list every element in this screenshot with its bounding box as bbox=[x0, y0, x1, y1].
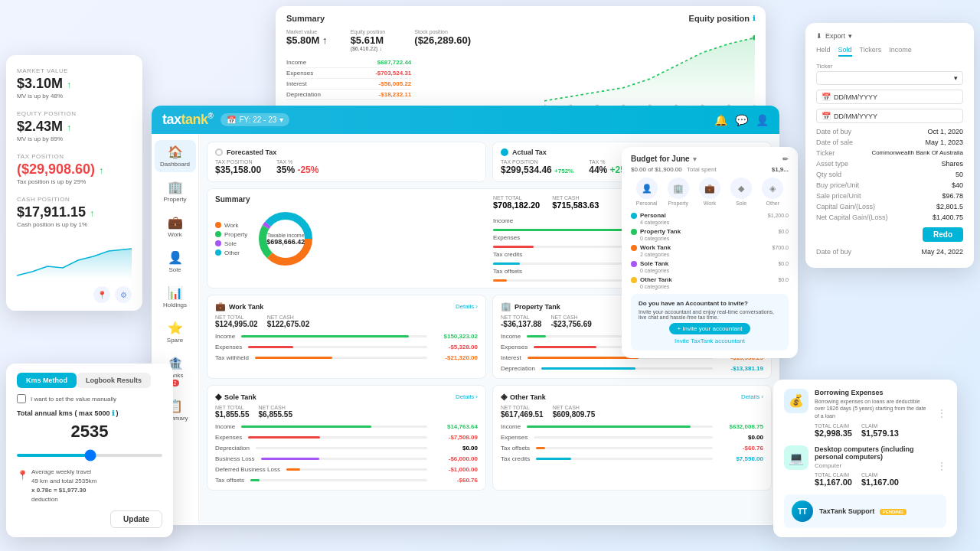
summary-overlay-card: Summary Equity position ℹ Market value $… bbox=[276, 6, 766, 119]
tab-tickers[interactable]: Tickers bbox=[860, 46, 882, 57]
budget-header: Budget for June ▾ ✏ bbox=[631, 155, 789, 163]
other-net-cash: NET CASH $609,809.75 bbox=[553, 405, 596, 419]
ticker-chevron-icon: ▾ bbox=[954, 74, 958, 82]
computer-total-claim: TOTAL CLAIM $1,167.00 bbox=[815, 472, 852, 487]
logbook-tab[interactable]: Logbook Results bbox=[77, 373, 151, 388]
computer-content: Desktop computers (including personal co… bbox=[815, 445, 931, 487]
support-item: TT TaxTank Support PENDING bbox=[784, 494, 946, 528]
equity-arrow: ↑ bbox=[67, 122, 71, 133]
edit-budget-icon[interactable]: ✏ bbox=[782, 155, 789, 163]
budget-tab-other[interactable]: ◈ Other bbox=[762, 178, 783, 206]
left-summary-card: MARKET VALUE $3.10M ↑ MV is up by 48% EQ… bbox=[6, 55, 142, 311]
location-icon[interactable]: 📍 bbox=[93, 286, 110, 303]
chevron-icon: ▾ bbox=[279, 116, 283, 124]
sale-price-row: Sale price/Unit $96.78 bbox=[816, 192, 963, 200]
budget-row-sole-header: Sole Tank $0.0 bbox=[631, 260, 789, 267]
sole-tank-card: ◆ Sole Tank Details › NET TOTAL $1,855.5… bbox=[207, 385, 486, 491]
other-net-total: NET TOTAL $617,469.51 bbox=[501, 405, 544, 419]
mountain-chart bbox=[17, 245, 132, 279]
cash-arrow: ↑ bbox=[90, 208, 94, 219]
market-value-sub: MV is up by 48% bbox=[17, 93, 132, 99]
date-to-input[interactable]: 📅 DD/MM/YYYY bbox=[816, 109, 963, 123]
total-claim: TOTAL CLAIM $2,998.35 bbox=[815, 423, 852, 438]
invite-accountant-button[interactable]: + Invite your accountant bbox=[669, 323, 750, 334]
budget-tab-work[interactable]: 💼 Work bbox=[699, 178, 720, 206]
sidebar-item-dashboard[interactable]: 🏠 Dashboard bbox=[155, 140, 196, 172]
other-expenses-row: Expenses $0.00 bbox=[501, 434, 763, 441]
work-tank-details[interactable]: Details › bbox=[456, 303, 478, 310]
equity-pos-metric: Equity position $5.61M ($6,416.22) ↓ bbox=[351, 29, 409, 51]
qty-sold-row: Qty sold 50 bbox=[816, 171, 963, 178]
sidebar-item-sole[interactable]: 👤 Sole bbox=[155, 246, 196, 278]
claim: CLAIM $1,579.13 bbox=[861, 423, 899, 438]
sole-icon: 👤 bbox=[168, 250, 183, 265]
kms-method-tab[interactable]: Kms Method bbox=[17, 373, 77, 388]
export-button[interactable]: ⬇ Export ▾ bbox=[816, 32, 852, 40]
computer-title: Desktop computers (including personal co… bbox=[815, 445, 931, 461]
sidebar-item-property[interactable]: 🏢 Property bbox=[155, 175, 196, 207]
calendar-from-icon: 📅 bbox=[822, 93, 831, 101]
budget-tab-sole[interactable]: ◆ Sole bbox=[730, 178, 752, 206]
right-panel-sold: ⬇ Export ▾ Held Sold Tickers Income Tick… bbox=[805, 23, 974, 268]
work-tank-header: 💼 Work Tank Details › bbox=[215, 302, 478, 311]
other-taxoffsets-row: Tax offsets -$60.76 bbox=[501, 445, 763, 452]
other-tank-card: ◈ Other Tank Details › NET TOTAL $617,46… bbox=[492, 385, 772, 491]
fy-badge[interactable]: 📅 FY: 22 - 23 ▾ bbox=[220, 113, 289, 126]
summary-metrics: Market value $5.80M ↑ Equity position $5… bbox=[286, 29, 537, 51]
net-capital-row: Net Capital Gain/(Loss) $1,400.75 bbox=[816, 214, 963, 221]
kms-checkbox[interactable] bbox=[17, 394, 26, 403]
date-of-sale-row: Date of sale May 1, 2023 bbox=[816, 139, 963, 146]
other-tank-icon: ◈ bbox=[501, 392, 507, 402]
borrowing-more-icon[interactable]: ⋮ bbox=[937, 408, 946, 419]
computer-more-icon[interactable]: ⋮ bbox=[937, 461, 946, 471]
tab-held[interactable]: Held bbox=[816, 46, 831, 57]
sidebar-item-spare[interactable]: ⭐ Spare bbox=[155, 316, 196, 348]
property-tank-icon: 🏢 bbox=[501, 302, 511, 311]
sidebar-item-holdings[interactable]: 📊 Holdings bbox=[155, 281, 196, 313]
budget-tab-property[interactable]: 🏢 Property bbox=[668, 178, 689, 206]
user-icon[interactable]: 👤 bbox=[756, 114, 769, 126]
budget-row-other: Other Tank $0.0 0 categories bbox=[631, 276, 789, 289]
sole-tank-icon: ◆ bbox=[215, 392, 221, 402]
legend-work: Work bbox=[215, 222, 247, 229]
update-button[interactable]: Update bbox=[110, 510, 162, 528]
donut-chart: Taxable income $698,666.42 bbox=[255, 208, 316, 269]
bell-icon[interactable]: 🔔 bbox=[714, 114, 727, 126]
forecasted-radio[interactable] bbox=[215, 148, 223, 156]
date-from-input[interactable]: 📅 DD/MM/YYYY bbox=[816, 90, 963, 104]
work-taxwithheld-row: Tax withheld -$21,320.00 bbox=[215, 354, 478, 361]
borrowing-metrics: TOTAL CLAIM $2,998.35 CLAIM $1,579.13 bbox=[815, 423, 931, 438]
budget-tab-personal[interactable]: 👤 Personal bbox=[636, 178, 658, 206]
equity-metric: EQUITY POSITION $2.43M ↑ MV is up by 89% bbox=[17, 110, 132, 142]
tab-income[interactable]: Income bbox=[889, 46, 912, 57]
ticker-val-row: Ticker Commonwealth Bank Of Australia bbox=[816, 149, 963, 157]
budget-row-property-header: Property Tank $0.0 bbox=[631, 228, 789, 235]
logo-registered: ® bbox=[208, 112, 214, 120]
borrowing-desc: Borrowing expenses on loans are deductib… bbox=[815, 398, 931, 420]
actual-radio[interactable] bbox=[501, 148, 508, 156]
spare-icon: ⭐ bbox=[168, 321, 183, 335]
invite-taxtank-link[interactable]: Invite TaxTank accountant bbox=[639, 337, 781, 344]
work-income-row: Income $150,323.02 bbox=[215, 333, 478, 340]
capital-gain-row: Capital Gain/(Loss) $2,801.5 bbox=[816, 203, 963, 210]
right-panel-header: ⬇ Export ▾ bbox=[816, 32, 963, 40]
kms-slider[interactable] bbox=[17, 454, 162, 457]
redo-button[interactable]: Redo bbox=[923, 227, 963, 242]
tab-sold[interactable]: Sold bbox=[838, 46, 852, 57]
forecasted-tax-box: Forecasted Tax TAX POSITION $35,158.00 T… bbox=[207, 142, 486, 182]
sidebar-item-work[interactable]: 💼 Work bbox=[155, 210, 196, 243]
equity-info-icon: ℹ bbox=[753, 15, 755, 22]
computer-claim: CLAIM $1,167.00 bbox=[861, 472, 899, 487]
sole-tank-header: ◆ Sole Tank Details › bbox=[215, 392, 478, 402]
kms-total-label: Total annual kms ( max 5000 ℹ ) bbox=[17, 409, 162, 417]
sole-taxoffsets-row: Tax offsets -$60.76 bbox=[215, 477, 478, 484]
other-tank-details[interactable]: Details › bbox=[741, 393, 763, 400]
sidebar-label-holdings: Holdings bbox=[163, 302, 187, 308]
ticker-select[interactable]: ▾ bbox=[816, 71, 963, 85]
sole-tank-details[interactable]: Details › bbox=[456, 393, 478, 400]
property-tank-title: 🏢 Property Tank bbox=[501, 302, 560, 311]
other-tank-header: ◈ Other Tank Details › bbox=[501, 392, 763, 402]
settings-icon[interactable]: ⚙ bbox=[115, 286, 132, 303]
support-avatar: TT bbox=[792, 500, 813, 522]
chat-icon[interactable]: 💬 bbox=[735, 114, 748, 126]
